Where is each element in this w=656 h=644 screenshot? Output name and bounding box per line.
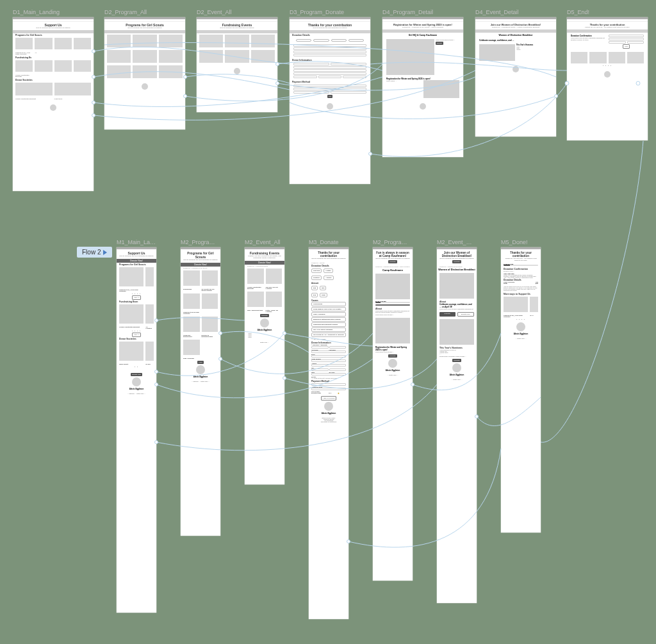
- breadcrumb: Support Us > Programs for Girl Scouts > …: [386, 26, 459, 28]
- frame-label: D4_Event_Detail: [475, 9, 519, 15]
- frame-d5[interactable]: Thanks for your contribution Thanks for …: [567, 17, 648, 140]
- frame-m2p[interactable]: Programs for Girl Scouts Give to empower…: [181, 247, 220, 536]
- event-quote: Celebrate courage, confidence, and …: [475, 38, 556, 43]
- radio-individual[interactable]: Individual: [313, 344, 319, 345]
- cause-option[interactable]: Leadership Development Program: [311, 322, 346, 327]
- donate-button[interactable]: Donate Now: [131, 373, 142, 376]
- frame-d1[interactable]: Support Us Give to empower the next gene…: [13, 17, 94, 191]
- play-icon: [103, 250, 107, 255]
- frame-m2ed[interactable]: Join our Women of Distinction Breakfast!…: [437, 247, 477, 603]
- frame-m1[interactable]: Support Us Give to empower the next gene…: [117, 247, 156, 613]
- tile-caption: United Airlines Half Marathon: [266, 310, 283, 312]
- page-subtitle: Give to empower the next generation of l…: [119, 255, 154, 257]
- event-name: Women of Distinction Breakfast: [437, 268, 477, 272]
- frame-label: M1_Main_La…: [117, 239, 155, 245]
- tile-caption: Business & Entrepreneurship: [202, 334, 218, 337]
- card-caption: Trefoil Society: [119, 363, 144, 365]
- anonymous-checkbox[interactable]: I would like this gift to remain anonymo…: [313, 377, 338, 379]
- card-caption: Jul Leg: [145, 363, 154, 365]
- amount-option[interactable]: $25: [311, 286, 318, 290]
- frame-label: D5_End!: [567, 9, 589, 15]
- flow-prototype-tag[interactable]: Flow 2: [77, 247, 112, 258]
- card-caption: YC Marathon: [145, 326, 154, 329]
- page-title: Programs for Girl Scouts: [183, 251, 218, 259]
- donate-button[interactable]: Donate: [436, 42, 443, 45]
- register-button[interactable]: Register: [388, 354, 397, 358]
- register-button[interactable]: Register: [452, 260, 461, 263]
- donate-button[interactable]: Donate Now: [457, 312, 475, 317]
- view-all-button[interactable]: View All: [132, 295, 142, 300]
- flow-label: Flow 2: [82, 249, 101, 256]
- amount-option[interactable]: $50: [320, 286, 326, 290]
- frame-m2pd[interactable]: Fun is always in season at Camp Kaufmann…: [373, 247, 413, 581]
- card-caption: T-Shirt & Co.: [54, 98, 92, 99]
- frame-d2e[interactable]: Fundraising Events Give to empower the n…: [197, 17, 277, 112]
- footer-link[interactable]: Corporate & Institutional: [311, 421, 346, 422]
- register-button[interactable]: Register: [452, 359, 461, 362]
- state-input[interactable]: [311, 368, 329, 371]
- tile-caption: STEM Programs: [183, 358, 200, 359]
- card-number-input[interactable]: [311, 388, 346, 390]
- phone-input[interactable]: [311, 355, 346, 358]
- action-cta[interactable]: [375, 304, 410, 306]
- page-subtitle: Give to empower the next generation of l…: [108, 27, 181, 29]
- pay-button[interactable]: Pay: [327, 95, 332, 98]
- register-button[interactable]: Register: [439, 312, 455, 317]
- frame-m3[interactable]: Thanks for your contribution Give to emp…: [309, 247, 348, 619]
- email-input[interactable]: [311, 351, 346, 353]
- page-subtitle: Thanks for your gift of $X. You helped u…: [571, 26, 644, 28]
- card-name-input[interactable]: [311, 383, 346, 386]
- page-subtitle: Give to empower the next generation of l…: [375, 258, 411, 260]
- amount-option[interactable]: $75: [311, 293, 318, 297]
- design-canvas[interactable]: D1_Main_Landing D2_Program_All D2_Event_…: [0, 0, 656, 644]
- zip-input[interactable]: [329, 368, 347, 371]
- page-subtitle: Give to empower the next generation of l…: [293, 27, 366, 29]
- view-donation-button[interactable]: View: [623, 44, 630, 49]
- tax-note: Your tax receipt will be sent to you via…: [501, 285, 541, 292]
- country-input[interactable]: [311, 373, 346, 376]
- page-subtitle: Give to empower the next generation of l…: [201, 27, 274, 29]
- more-button[interactable]: More: [197, 361, 204, 364]
- city-input[interactable]: [311, 364, 346, 367]
- cause-option[interactable]: Scholarships: [311, 302, 346, 306]
- register-button[interactable]: Register: [260, 314, 268, 317]
- tile-caption: Girl Scouts The Girl Scouts Summer: [202, 288, 218, 291]
- view-all-button[interactable]: View All: [132, 333, 142, 337]
- page-title: Join our Women of Distinction Breakfast!: [439, 251, 475, 258]
- frame-d4e[interactable]: Join our Women of Distinction Breakfast!…: [475, 17, 556, 136]
- cause-option[interactable]: Girl Scouts for ALL Accessibility & Incl…: [311, 333, 346, 337]
- pay-button[interactable]: Make a Payment: [321, 396, 337, 400]
- frame-m2e[interactable]: Fundraising Events Whether you join in p…: [245, 247, 284, 484]
- last-name-input[interactable]: [329, 346, 347, 349]
- cause-option[interactable]: Business & Entrepreneurship Program: [311, 317, 346, 322]
- frame-d4p[interactable]: Registration for Winter and Spring 2023 …: [382, 17, 463, 157]
- page-title: Fun is always in season at Camp Kaufmann…: [375, 251, 411, 258]
- program-name: Girl HQ & Camp Kaufmann: [382, 33, 463, 38]
- cause-option[interactable]: Troop 6000 for Girls in the NYC Shelter: [311, 307, 346, 311]
- page-subtitle: Whether you join in person or just donat…: [247, 255, 283, 259]
- event-name: Women of Distinction Breakfast: [475, 33, 556, 38]
- freq-option[interactable]: One-time: [311, 268, 322, 273]
- amount-option[interactable]: $100: [320, 293, 327, 297]
- page-subtitle: Give to empower the next generation of l…: [439, 258, 475, 260]
- freq-option[interactable]: Quarterly: [311, 276, 322, 280]
- tile-caption: TCS New York City Marathon: [266, 286, 283, 289]
- cause-option[interactable]: Girl HQ & Camp Kaufmann: [311, 327, 346, 332]
- frame-d2p[interactable]: Programs for Girl Scouts Give to empower…: [104, 17, 185, 129]
- tile-caption: Women of Distinction Breakfast: [247, 286, 264, 289]
- page-title: Thanks for your contribution: [311, 251, 347, 258]
- freq-option[interactable]: Annually: [324, 276, 334, 280]
- radio-corporate[interactable]: Corporate: [320, 344, 327, 345]
- frame-label: D1_Main_Landing: [13, 9, 60, 15]
- freq-option[interactable]: Monthly: [324, 268, 333, 273]
- register-button[interactable]: Register: [388, 260, 397, 263]
- card-caption: Women of Distinction Breakfast: [15, 74, 33, 77]
- card-caption: Ac: [35, 52, 52, 54]
- address-input[interactable]: [311, 359, 346, 362]
- first-name-input[interactable]: [311, 346, 329, 349]
- frame-m5[interactable]: Thanks for your contribution Thanks for …: [501, 247, 541, 533]
- cause-option[interactable]: STEM Programs: [311, 312, 346, 317]
- frame-d3[interactable]: Thanks for your contribution Give to emp…: [290, 17, 370, 184]
- frame-label: M2_Progra…: [181, 239, 219, 245]
- event-quote: Celebrate courage, confidence, and … on …: [439, 303, 474, 308]
